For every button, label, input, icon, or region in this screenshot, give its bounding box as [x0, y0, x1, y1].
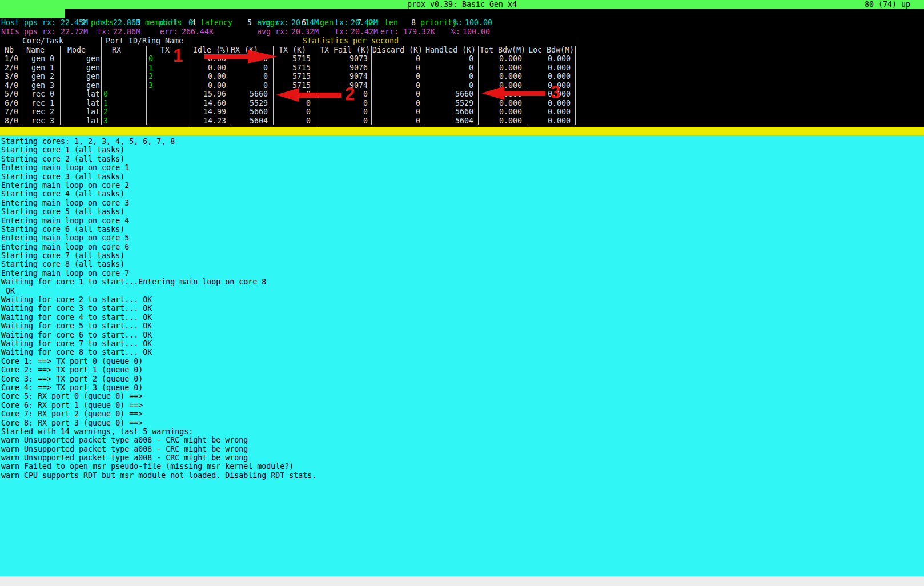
log-line: Starting core 5 (all tasks) — [1, 207, 924, 216]
cell-loc-bdw: 0.000 — [527, 117, 576, 126]
log-line: warn CPU supports RDT but msr module not… — [1, 471, 924, 480]
arrow-tail — [204, 54, 248, 59]
log-line: Core 6: RX port 1 (queue 0) ==> — [1, 401, 924, 410]
title-bar: prox v0.39: Basic Gen x4 80 (74) up — [0, 0, 924, 9]
status-bar: Enter 'help' or command, <ESC> or 'quit'… — [0, 576, 924, 586]
cell-mode: lat — [61, 90, 102, 99]
log-line: Waiting for core 1 to start...Entering m… — [1, 278, 924, 286]
host-diff-label: diff: — [160, 18, 183, 27]
tab-bar: 1tasks 2ports 3mempools 4latency 5rings … — [0, 9, 924, 18]
cell-rx-k: 5529 — [230, 99, 274, 108]
log-line: Waiting for core 4 to start... OK — [1, 313, 924, 322]
col-header-idle: Idle (%) — [190, 46, 230, 55]
cell-rx-port: 0 — [102, 90, 147, 99]
log-line: warn Failed to open msr pseudo-file (mis… — [1, 462, 924, 471]
nics-pct-label: %: — [451, 27, 460, 37]
cell-rx-k: 0 — [230, 72, 274, 81]
log-line: Waiting for core 5 to start... OK — [1, 322, 924, 330]
host-avg-tx-value: 20.42M — [351, 18, 378, 27]
cell-name: gen 1 — [19, 63, 61, 73]
arrow-head-icon — [481, 86, 504, 100]
log-line: Entering main loop on core 6 — [1, 243, 924, 251]
cell-name: rec 2 — [19, 107, 61, 117]
col-header-name: Name — [19, 46, 61, 55]
cell-handled: 0 — [424, 72, 479, 81]
table-row: 8/0 rec 3 lat 3 14.23 5604 0 0 0 5604 0.… — [0, 117, 576, 126]
log-line: warn Unsupported packet type a008 - CRC … — [1, 445, 924, 453]
cell-mode: lat — [61, 107, 102, 117]
col-header-loc-bdw: Loc Bdw(M) — [527, 46, 576, 55]
log-line: Core 5: RX port 0 (queue 0) ==> — [1, 392, 924, 400]
cell-tx-port: 0 — [147, 54, 190, 63]
table-column-header: Nb Name Mode RX TX Idle (%) RX (K) TX (K… — [0, 46, 576, 55]
cell-tx-k: 0 — [274, 117, 318, 126]
app-title: prox v0.39: Basic Gen x4 — [407, 0, 517, 9]
cell-discard: 0 — [372, 63, 424, 73]
tab-l4gen[interactable]: 6l4gen — [274, 9, 334, 18]
host-pps-label: Host pps — [1, 18, 38, 27]
nics-err-value: 266.44K — [182, 27, 214, 37]
cell-core-task: 7/0 — [0, 107, 19, 117]
log-line: Core 2: ==> TX port 1 (queue 0) — [1, 366, 924, 374]
cell-rx-port — [102, 81, 147, 90]
log-line: Entering main loop on core 4 — [1, 216, 924, 225]
arrow-head-icon — [276, 88, 299, 102]
host-tx-value: 22.86M — [113, 18, 140, 27]
tab-ports[interactable]: 2ports — [54, 9, 114, 18]
log-line: Starting core 3 (all tasks) — [1, 172, 924, 181]
cell-core-task: 3/0 — [0, 72, 19, 81]
nics-rx-value: 22.72M — [61, 27, 88, 37]
group-header-statistics: Statistics per second — [190, 37, 576, 46]
cell-rx-port — [102, 54, 147, 63]
log-area: Starting cores: 1, 2, 3, 4, 5, 6, 7, 8 S… — [0, 135, 924, 576]
cell-core-task: 6/0 — [0, 99, 19, 108]
cell-tx-fail: 9074 — [318, 72, 372, 81]
nics-tx-label: tx: — [97, 27, 111, 37]
col-header-handled: Handled (K) — [424, 46, 479, 55]
log-line: Starting cores: 1, 2, 3, 4, 5, 6, 7, 8 — [1, 137, 924, 146]
tab-rings[interactable]: 5rings — [220, 9, 279, 18]
tab-priority[interactable]: 8priority — [384, 9, 457, 18]
log-line: Core 4: ==> TX port 3 (queue 0) — [1, 383, 924, 392]
cell-name: gen 3 — [19, 81, 61, 90]
host-rx-value: 22.45M — [61, 18, 88, 27]
cell-tx-port — [147, 117, 190, 126]
nics-rx-label: rx: — [42, 27, 56, 37]
cell-tx-port: 3 — [147, 81, 190, 90]
cell-rx-port — [102, 63, 147, 73]
log-line: Waiting for core 3 to start... OK — [1, 304, 924, 312]
table-row: 7/0 rec 2 lat 2 14.99 5660 0 0 0 5660 0.… — [0, 107, 576, 117]
nics-err-label: err: — [160, 27, 178, 37]
nics-pps-label: NICs pps — [1, 27, 38, 37]
cell-handled: 5529 — [424, 99, 479, 108]
cell-rx-port: 2 — [102, 107, 147, 117]
cell-mode: gen — [61, 54, 102, 63]
log-line: Core 8: RX port 3 (queue 0) ==> — [1, 419, 924, 427]
cell-tot-bdw: 0.000 — [479, 72, 527, 81]
cell-idle: 0.00 — [190, 81, 230, 90]
annotation-label-2: 2 — [345, 85, 355, 103]
log-line: Started with 14 warnings, last 5 warning… — [1, 427, 924, 436]
cell-handled: 0 — [424, 63, 479, 73]
cell-idle: 0.00 — [190, 72, 230, 81]
cell-loc-bdw: 0.000 — [527, 63, 576, 73]
log-line: Starting core 2 (all tasks) — [1, 155, 924, 163]
cell-tx-port — [147, 107, 190, 117]
cell-name: gen 0 — [19, 54, 61, 63]
cell-tx-k: 5715 — [274, 54, 318, 63]
log-line: Starting core 7 (all tasks) — [1, 251, 924, 260]
col-header-tx: TX — [147, 46, 190, 55]
log-line: warn Unsupported packet type a008 - CRC … — [1, 436, 924, 444]
log-line: Waiting for core 7 to start... OK — [1, 339, 924, 348]
log-line: Waiting for core 2 to start... OK — [1, 295, 924, 304]
nics-avg-rx-label: avg rx: — [257, 27, 289, 37]
annotation-label-1: 1 — [173, 47, 183, 65]
nics-pps-line: NICs pps rx: 22.72M tx: 22.86M err: 266.… — [0, 27, 924, 37]
log-line: Core 3: ==> TX port 2 (queue 0) — [1, 375, 924, 383]
log-line: Starting core 8 (all tasks) — [1, 260, 924, 268]
log-line: Core 1: ==> TX port 0 (queue 0) — [1, 357, 924, 366]
cell-name: rec 1 — [19, 99, 61, 108]
log-lines: Starting cores: 1, 2, 3, 4, 5, 6, 7, 8 S… — [1, 137, 924, 480]
cell-tx-port: 1 — [147, 63, 190, 73]
cell-loc-bdw: 0.000 — [527, 107, 576, 117]
